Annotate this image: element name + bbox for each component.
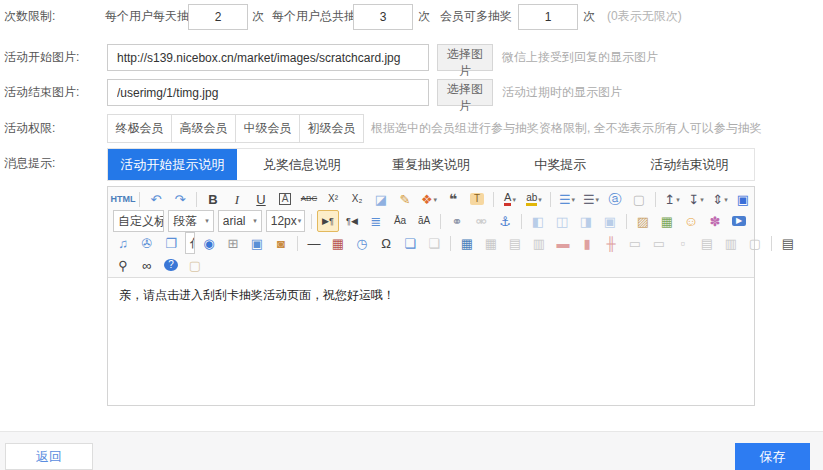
tab-redeem-info[interactable]: 兑奖信息说明: [237, 149, 366, 180]
ordered-list-icon[interactable]: ☰▾: [556, 188, 578, 210]
underline-icon[interactable]: U: [250, 188, 272, 210]
fullscreen-icon[interactable]: ▣: [732, 188, 754, 210]
rtl-icon[interactable]: ¶◀: [341, 210, 363, 232]
link-icon[interactable]: ⚭: [446, 210, 468, 232]
horizontal-rule-icon[interactable]: —: [303, 232, 325, 254]
paragraph-format-select[interactable]: 段落▾: [168, 210, 214, 232]
source-code-icon[interactable]: HTML: [112, 188, 134, 210]
end-image-input[interactable]: [107, 79, 429, 106]
special-char-icon[interactable]: Ω: [375, 232, 397, 254]
eraser-icon[interactable]: ◪: [370, 188, 392, 210]
delete-col-icon[interactable]: ▮: [576, 232, 598, 254]
member-option-middle[interactable]: 中级会员: [236, 115, 300, 142]
format-painter-icon[interactable]: ✎: [394, 188, 416, 210]
date-icon[interactable]: ▦: [327, 232, 349, 254]
tab-activity-start-tip[interactable]: 活动开始提示说明: [108, 149, 237, 180]
member-option-junior[interactable]: 初级会员: [300, 115, 363, 142]
attachment-icon[interactable]: ✇: [136, 232, 158, 254]
bold-icon[interactable]: B: [202, 188, 224, 210]
time-icon[interactable]: ◷: [351, 232, 373, 254]
editor-content[interactable]: 亲，请点击进入刮刮卡抽奖活动页面，祝您好运哦！: [108, 278, 754, 405]
daily-draw-input[interactable]: [188, 4, 248, 30]
font-size-select[interactable]: 12px▾: [266, 210, 305, 232]
more-color-icon[interactable]: ❖▾: [418, 188, 440, 210]
unordered-list-icon[interactable]: ☰▾: [580, 188, 602, 210]
blockquote-icon[interactable]: ❝: [442, 188, 464, 210]
image-float-right-icon[interactable]: ◨: [575, 210, 597, 232]
find-replace-icon[interactable]: ∞: [136, 254, 158, 276]
anchor-mark-icon[interactable]: ⓐ: [604, 188, 626, 210]
save-button[interactable]: 保存: [735, 443, 810, 470]
subscript-icon[interactable]: X₂: [346, 188, 368, 210]
footer-bar: 返回 保存: [0, 431, 823, 470]
print-icon[interactable]: ▤: [777, 232, 799, 254]
page-break-icon[interactable]: ▢: [744, 232, 766, 254]
strikethrough-icon[interactable]: ABC: [298, 188, 320, 210]
help-icon[interactable]: ?: [160, 254, 182, 276]
toolbar-separator: [440, 214, 441, 229]
image-float-none-icon[interactable]: ▣: [599, 210, 621, 232]
start-image-input[interactable]: [107, 44, 429, 71]
unlink-icon[interactable]: ⚮: [470, 210, 492, 232]
insert-code-icon[interactable]: ◉: [198, 232, 220, 254]
static-map-icon[interactable]: ❏: [423, 232, 445, 254]
member-option-senior[interactable]: 高级会员: [172, 115, 236, 142]
image-manager-icon[interactable]: ▦: [656, 210, 678, 232]
merge-right-icon[interactable]: ▭: [624, 232, 646, 254]
emoji-icon[interactable]: ☺: [680, 210, 702, 232]
member-option-ultimate[interactable]: 终极会员: [108, 115, 172, 142]
font-family-select[interactable]: arial▾: [218, 210, 262, 232]
code-language-select[interactable]: 代码语言▾: [185, 232, 195, 254]
highlight-color-icon[interactable]: ab▾: [523, 188, 545, 210]
split-cell-icon[interactable]: ╫: [600, 232, 622, 254]
tab-repeat-draw[interactable]: 重复抽奖说明: [366, 149, 495, 180]
line-height-icon[interactable]: ⇕▾: [709, 188, 731, 210]
custom-title-select[interactable]: 自定义标题▾: [113, 210, 164, 232]
anchor-icon[interactable]: ⚓: [494, 210, 516, 232]
delete-table-icon[interactable]: ▦: [480, 232, 502, 254]
start-image-pick-button[interactable]: 选择图片: [437, 44, 493, 71]
table-title-icon[interactable]: ▤: [504, 232, 526, 254]
screen-capture-icon[interactable]: ◙: [270, 232, 292, 254]
paste-text-icon[interactable]: T: [466, 188, 488, 210]
scrawl-icon[interactable]: ✽: [704, 210, 726, 232]
delete-row-icon[interactable]: ▬: [552, 232, 574, 254]
snapshot-icon[interactable]: ⊞: [222, 232, 244, 254]
start-image-hint: 微信上接受到回复的显示图片: [502, 44, 658, 71]
insert-table-icon[interactable]: ▦: [456, 232, 478, 254]
italic-icon[interactable]: I: [226, 188, 248, 210]
paragraph-after-space-icon[interactable]: ↧▾: [685, 188, 707, 210]
merge-cells-icon[interactable]: ▫: [672, 232, 694, 254]
tab-win-tip[interactable]: 中奖提示: [496, 149, 625, 180]
end-image-pick-button[interactable]: 选择图片: [437, 79, 493, 106]
insert-frame-icon[interactable]: ▣: [246, 232, 268, 254]
map-icon[interactable]: ❏: [399, 232, 421, 254]
tab-activity-end[interactable]: 活动结束说明: [625, 149, 754, 180]
insert-page-icon[interactable]: ❐: [160, 232, 182, 254]
member-extra-draw-input[interactable]: [518, 4, 578, 30]
table-header-icon[interactable]: ▥: [528, 232, 550, 254]
drafts-icon[interactable]: ▢: [184, 254, 206, 276]
video-icon[interactable]: ▶: [728, 210, 750, 232]
music-icon[interactable]: ♫: [112, 232, 134, 254]
insert-image-icon[interactable]: ▨: [632, 210, 654, 232]
merge-down-icon[interactable]: ▭: [648, 232, 670, 254]
image-float-left-icon[interactable]: ◧: [527, 210, 549, 232]
undo-icon[interactable]: ↶: [145, 188, 167, 210]
to-uppercase-icon[interactable]: Āa: [389, 210, 411, 232]
average-cols-icon[interactable]: ▥: [720, 232, 742, 254]
font-border-icon[interactable]: A: [274, 188, 296, 210]
to-lowercase-icon[interactable]: āA: [413, 210, 435, 232]
superscript-icon[interactable]: X²: [322, 188, 344, 210]
paragraph-before-space-icon[interactable]: ↥▾: [661, 188, 683, 210]
back-button[interactable]: 返回: [5, 443, 93, 470]
image-float-center-icon[interactable]: ◫: [551, 210, 573, 232]
redo-icon[interactable]: ↷: [169, 188, 191, 210]
font-color-icon[interactable]: A▾: [499, 188, 521, 210]
preview-icon[interactable]: ⚲: [112, 254, 134, 276]
ltr-icon[interactable]: ▶¶: [317, 210, 339, 232]
clear-doc-icon[interactable]: ▢: [628, 188, 650, 210]
total-draw-input[interactable]: [353, 4, 413, 30]
average-rows-icon[interactable]: ▤: [696, 232, 718, 254]
indent-icon[interactable]: ≣: [365, 210, 387, 232]
